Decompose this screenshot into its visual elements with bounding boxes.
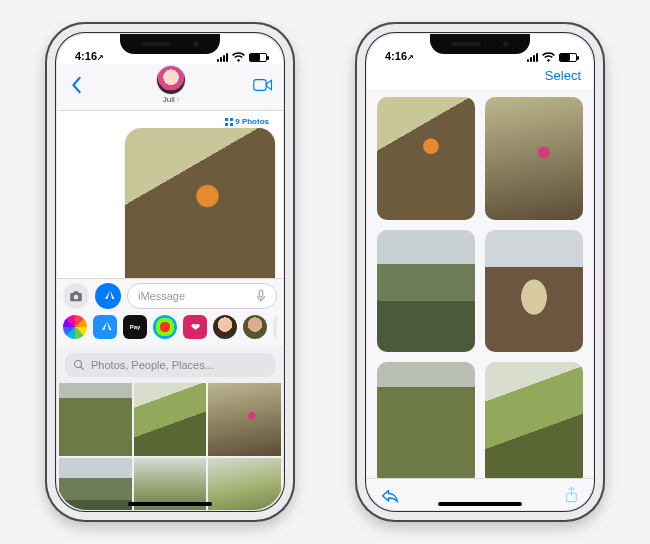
- reply-button[interactable]: [381, 487, 399, 503]
- picker-thumb[interactable]: [59, 458, 132, 510]
- status-time: 4:16↗: [75, 50, 104, 62]
- gallery-thumb[interactable]: [485, 362, 583, 478]
- wifi-icon: [232, 52, 245, 62]
- notch: [430, 34, 530, 54]
- select-button[interactable]: Select: [545, 68, 581, 83]
- gallery-header: Select: [367, 64, 593, 89]
- photo-picker: Photos, People, Places...: [57, 347, 283, 510]
- message-thread: 9 Photos: [57, 111, 283, 278]
- cellular-icon: [217, 53, 228, 62]
- status-icons: [527, 52, 577, 62]
- gallery-thumb[interactable]: [377, 362, 475, 478]
- svg-rect-0: [254, 80, 266, 91]
- digital-touch-icon[interactable]: ❤︎: [183, 315, 207, 339]
- status-time: 4:16↗: [385, 50, 414, 62]
- app-store-icon[interactable]: [93, 315, 117, 339]
- screen-left: 4:16↗ Juli› 9 Photos: [57, 34, 283, 510]
- grid-icon: [225, 118, 233, 126]
- message-placeholder: iMessage: [138, 290, 185, 302]
- picker-thumb[interactable]: [59, 383, 132, 456]
- compose-area: iMessage Pay ❤︎ ⋯: [57, 278, 283, 347]
- picker-thumb[interactable]: [208, 383, 281, 456]
- message-input[interactable]: iMessage: [127, 283, 277, 309]
- home-indicator[interactable]: [438, 502, 522, 506]
- gallery-thumb[interactable]: [485, 230, 583, 353]
- iphone-right: 4:16↗ Select: [355, 22, 605, 522]
- photo-search-placeholder: Photos, People, Places...: [91, 359, 214, 371]
- contact-name: Juli›: [163, 95, 179, 104]
- screen-right: 4:16↗ Select: [367, 34, 593, 510]
- battery-icon: [559, 53, 577, 62]
- svg-rect-1: [259, 290, 263, 297]
- status-icons: [217, 52, 267, 62]
- more-apps-icon[interactable]: ⋯: [273, 315, 277, 339]
- photo-search-field[interactable]: Photos, People, Places...: [65, 353, 275, 377]
- picker-thumb[interactable]: [134, 383, 207, 456]
- iphone-left: 4:16↗ Juli› 9 Photos: [45, 22, 295, 522]
- memoji-icon-1[interactable]: [213, 315, 237, 339]
- app-drawer-button[interactable]: [95, 283, 121, 309]
- wifi-icon: [542, 52, 555, 62]
- avatar: [157, 66, 185, 94]
- photo-picker-grid: [57, 383, 283, 510]
- home-indicator[interactable]: [128, 502, 212, 506]
- gallery-grid: [377, 97, 583, 478]
- dictation-button[interactable]: [252, 287, 270, 305]
- memoji-icon-2[interactable]: [243, 315, 267, 339]
- gallery-thumb[interactable]: [485, 97, 583, 220]
- picker-thumb[interactable]: [208, 458, 281, 510]
- facetime-button[interactable]: [253, 78, 273, 92]
- app-photos-icon[interactable]: [63, 315, 87, 339]
- activity-icon[interactable]: [153, 315, 177, 339]
- svg-point-2: [75, 361, 82, 368]
- battery-icon: [249, 53, 267, 62]
- camera-button[interactable]: [63, 283, 89, 309]
- cellular-icon: [527, 53, 538, 62]
- photo-stack-count[interactable]: 9 Photos: [65, 115, 275, 128]
- sent-photo-bubble[interactable]: [125, 128, 275, 278]
- app-strip: Pay ❤︎ ⋯: [63, 309, 277, 343]
- notch: [120, 34, 220, 54]
- share-button[interactable]: [564, 486, 579, 504]
- contact-chip[interactable]: Juli›: [157, 66, 185, 104]
- gallery-thumb[interactable]: [377, 230, 475, 353]
- search-icon: [73, 359, 85, 371]
- apple-pay-icon[interactable]: Pay: [123, 315, 147, 339]
- gallery-thumb[interactable]: [377, 97, 475, 220]
- conversation-header: Juli›: [57, 64, 283, 111]
- gallery-body[interactable]: [367, 89, 593, 478]
- back-button[interactable]: [65, 74, 89, 96]
